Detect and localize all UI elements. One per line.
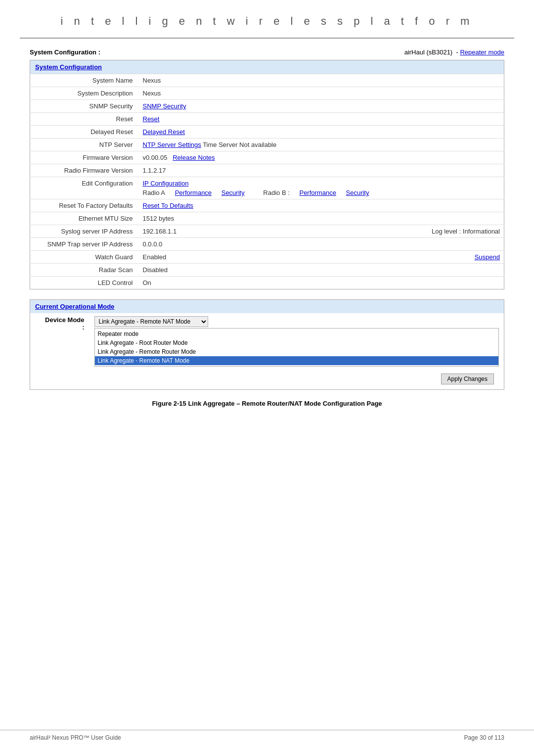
- table-row: SNMP Trap server IP Address 0.0.0.0: [30, 238, 504, 251]
- table-row: NTP Server NTP Server Settings Time Serv…: [30, 139, 504, 151]
- table-row: Syslog server IP Address 192.168.1.1 Log…: [30, 225, 504, 238]
- apply-changes-button[interactable]: Apply Changes: [441, 374, 494, 384]
- suspend-link[interactable]: Suspend: [475, 253, 500, 261]
- row-value: Enabled Suspend: [139, 251, 504, 264]
- top-labels: System Configuration : airHaul (sB3021) …: [30, 48, 504, 56]
- row-label: System Description: [30, 87, 139, 100]
- ip-config-link[interactable]: IP Configuration: [143, 180, 189, 187]
- dropdown-options-list: Repeater mode Link Agregate - Root Route…: [94, 328, 499, 367]
- row-label: SNMP Trap server IP Address: [30, 238, 139, 251]
- option-repeater[interactable]: Repeater mode: [95, 330, 499, 338]
- row-value: Reset: [139, 113, 504, 126]
- row-label: Syslog server IP Address: [30, 225, 139, 238]
- table-row: LED Control On: [30, 277, 504, 289]
- option-remote-nat[interactable]: Link Agregate - Remote NAT Mode: [95, 356, 499, 365]
- snmp-trap-ip: 0.0.0.0: [143, 240, 163, 248]
- system-config-section-header: System Configuration: [30, 60, 504, 74]
- delayed-reset-link[interactable]: Delayed Reset: [143, 128, 185, 136]
- table-row: Reset Reset: [30, 113, 504, 126]
- row-value: NTP Server Settings Time Server Not avai…: [139, 139, 504, 151]
- radar-scan-status: Disabled: [143, 266, 168, 274]
- system-config-table: System Configuration System Name Nexus S…: [30, 60, 504, 289]
- header: i n t e l l i g e n t w i r e l e s s p …: [20, 0, 514, 39]
- ntp-settings-link[interactable]: NTP Server Settings: [143, 141, 201, 148]
- syslog-ip: 192.168.1.1: [143, 228, 177, 235]
- row-label: Firmware Version: [30, 151, 139, 164]
- watchguard-status: Enabled: [143, 253, 167, 261]
- radio-b-performance-link[interactable]: Performance: [299, 189, 336, 196]
- row-value: On: [139, 277, 504, 289]
- row-value: Reset To Defaults: [139, 199, 504, 212]
- row-value: 1.1.2.17: [139, 164, 504, 177]
- row-label: System Name: [30, 74, 139, 87]
- row-value: Nexus: [139, 87, 504, 100]
- device-mode-label: Device Mode :: [30, 313, 89, 370]
- table-row: Radio Firmware Version 1.1.2.17: [30, 164, 504, 177]
- row-label: NTP Server: [30, 139, 139, 151]
- row-value: Disabled: [139, 264, 504, 277]
- row-label: Ethernet MTU Size: [30, 212, 139, 225]
- system-config-link[interactable]: System Configuration: [35, 63, 102, 71]
- option-remote-router[interactable]: Link Agregate - Remote Router Mode: [95, 347, 499, 356]
- table-row: System Name Nexus: [30, 74, 504, 87]
- row-label: LED Control: [30, 277, 139, 289]
- footer-right: Page 30 of 113: [464, 734, 504, 741]
- row-label: Radar Scan: [30, 264, 139, 277]
- radio-a-label: Radio A: [143, 189, 166, 196]
- footer-left: airHaul² Nexus PRO™ User Guide: [30, 734, 121, 741]
- row-value: Delayed Reset: [139, 126, 504, 139]
- reset-defaults-link[interactable]: Reset To Defaults: [143, 202, 193, 209]
- led-control-status: On: [143, 279, 151, 286]
- row-value: 1512 bytes: [139, 212, 504, 225]
- row-value: v0.00.05 Release Notes: [139, 151, 504, 164]
- device-mode-select[interactable]: Repeater mode Link Agregate - Root Route…: [94, 316, 208, 327]
- reset-link[interactable]: Reset: [143, 115, 160, 123]
- release-notes-link[interactable]: Release Notes: [173, 154, 215, 161]
- ntp-status: Time Server Not available: [203, 141, 276, 148]
- current-op-mode-table: Current Operational Mode Device Mode :: [30, 299, 504, 390]
- space: [294, 189, 296, 196]
- row-label: Delayed Reset: [30, 126, 139, 139]
- row-value: 0.0.0.0: [139, 238, 504, 251]
- table-row: Delayed Reset Delayed Reset: [30, 126, 504, 139]
- current-op-mode-link[interactable]: Current Operational Mode: [35, 303, 114, 310]
- radio-b-security-link[interactable]: Security: [346, 189, 369, 196]
- radio-b-label: Radio B :: [263, 189, 289, 196]
- colon: [169, 189, 171, 196]
- header-title: i n t e l l i g e n t w i r e l e s s p …: [20, 15, 514, 28]
- current-op-mode-header: Current Operational Mode: [30, 300, 504, 314]
- device-info: airHaul (sB3021) - Repeater mode: [404, 48, 504, 56]
- repeater-mode-link[interactable]: Repeater mode: [460, 48, 504, 56]
- row-value: SNMP Security: [139, 100, 504, 113]
- figure-caption: Figure 2-15 Link Aggregate – Remote Rout…: [30, 400, 504, 407]
- table-row: Edit Configuration IP Configuration Radi…: [30, 177, 504, 199]
- option-root-router[interactable]: Link Agregate - Root Router Mode: [95, 338, 499, 347]
- radio-a-performance-link[interactable]: Performance: [175, 189, 212, 196]
- row-label: Edit Configuration: [30, 177, 139, 199]
- table-row: Ethernet MTU Size 1512 bytes: [30, 212, 504, 225]
- row-label: Radio Firmware Version: [30, 164, 139, 177]
- row-label: SNMP Security: [30, 100, 139, 113]
- row-label: Reset: [30, 113, 139, 126]
- system-config-label: System Configuration :: [30, 48, 100, 56]
- table-row: Reset To Factory Defaults Reset To Defau…: [30, 199, 504, 212]
- table-row: Watch Guard Enabled Suspend: [30, 251, 504, 264]
- log-level: Log level : Informational: [432, 228, 500, 235]
- radio-firmware-version: 1.1.2.17: [143, 167, 166, 174]
- mtu-size: 1512 bytes: [143, 215, 175, 222]
- table-row: System Description Nexus: [30, 87, 504, 100]
- device-mode-value: Repeater mode Link Agregate - Root Route…: [89, 313, 504, 370]
- row-value: Nexus: [139, 74, 504, 87]
- device-name: airHaul (sB3021): [404, 48, 453, 56]
- table-row: SNMP Security SNMP Security: [30, 100, 504, 113]
- snmp-security-link[interactable]: SNMP Security: [143, 102, 186, 110]
- device-mode-row: Device Mode : Repeater mode Link Agregat…: [30, 313, 504, 370]
- firmware-version-text: v0.00.05: [143, 154, 168, 161]
- space2: [340, 189, 342, 196]
- row-label: Reset To Factory Defaults: [30, 199, 139, 212]
- footer: airHaul² Nexus PRO™ User Guide Page 30 o…: [0, 730, 534, 741]
- radio-a-security-link[interactable]: Security: [222, 189, 245, 196]
- row-value: 192.168.1.1 Log level : Informational: [139, 225, 504, 238]
- table-row: Firmware Version v0.00.05 Release Notes: [30, 151, 504, 164]
- apply-row: Apply Changes: [30, 370, 504, 390]
